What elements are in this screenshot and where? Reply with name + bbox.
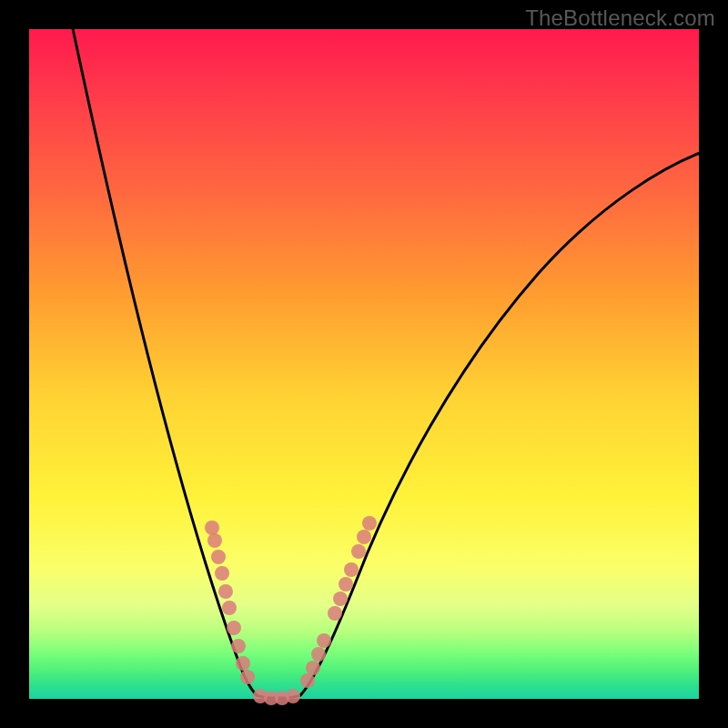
marker-dot: [286, 689, 300, 703]
marker-dot: [207, 533, 222, 548]
curve-right-arm: [300, 152, 703, 695]
marker-dot: [227, 621, 241, 635]
marker-dot: [311, 647, 326, 662]
marker-dot: [231, 639, 246, 653]
marker-dot: [339, 577, 353, 592]
watermark-text: TheBottleneck.com: [525, 5, 715, 31]
marker-dot: [236, 656, 250, 671]
marker-dot: [211, 550, 226, 564]
marker-dot: [306, 661, 320, 675]
marker-dot: [351, 544, 366, 559]
plot-area: [29, 29, 699, 699]
marker-dot: [240, 670, 255, 684]
marker-dot: [222, 601, 237, 615]
marker-dot: [357, 530, 371, 544]
marker-dot: [205, 521, 219, 535]
marker-dots: [205, 516, 377, 705]
marker-dot: [344, 562, 359, 577]
curve-paths: [71, 20, 703, 698]
marker-dot: [218, 584, 233, 599]
chart-frame: TheBottleneck.com: [0, 0, 728, 728]
marker-dot: [317, 633, 331, 648]
marker-dot: [300, 673, 315, 688]
marker-dot: [333, 592, 348, 606]
marker-dot: [362, 516, 377, 531]
marker-dot: [328, 606, 342, 621]
marker-dot: [215, 566, 229, 581]
curve-svg: [29, 29, 699, 699]
